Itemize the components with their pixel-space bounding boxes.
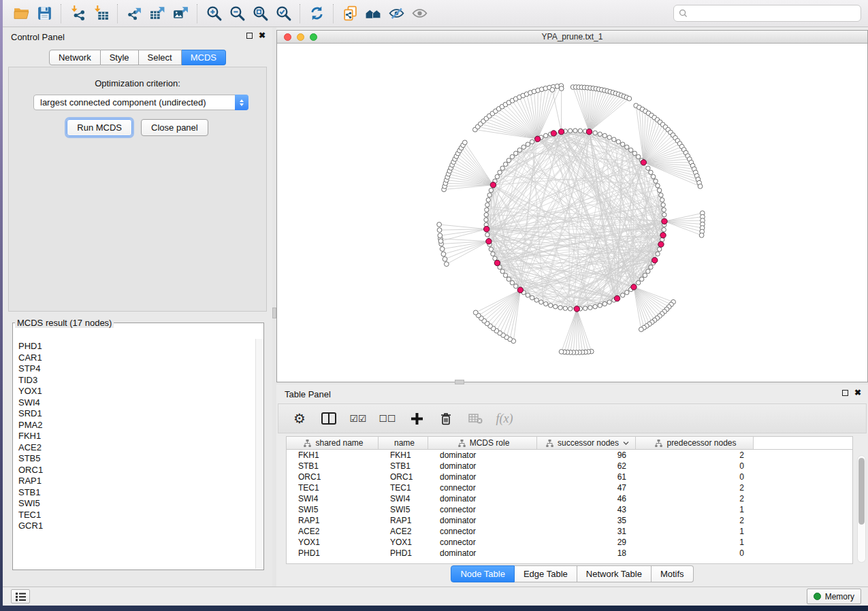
table-row[interactable]: PHD1PHD1dominator180: [287, 548, 852, 559]
add-row-icon[interactable]: [408, 410, 425, 427]
table-cell: 2: [636, 482, 754, 493]
column-header-filler: [754, 437, 852, 449]
table-row[interactable]: FKH1FKH1dominator962: [287, 450, 852, 461]
tab-network-table[interactable]: Network Table: [577, 565, 652, 582]
export-image-icon[interactable]: [169, 3, 192, 24]
first-neighbors-icon[interactable]: [361, 3, 385, 24]
close-panel-button[interactable]: Close panel: [141, 119, 208, 136]
tab-network[interactable]: Network: [49, 50, 101, 65]
table-row[interactable]: ORC1ORC1dominator610: [287, 472, 852, 482]
memory-button[interactable]: Memory: [807, 589, 861, 604]
memory-label: Memory: [825, 592, 854, 601]
mcds-node-item[interactable]: PMA2: [18, 420, 255, 431]
criterion-select[interactable]: largest connected component (undirected): [33, 95, 248, 110]
toolbar-separator: [117, 4, 118, 23]
table-row[interactable]: STB1STB1dominator620: [287, 461, 852, 472]
table-row[interactable]: RAP1RAP1dominator352: [287, 515, 852, 526]
result-scrollbar[interactable]: [255, 339, 263, 569]
export-network-icon[interactable]: [123, 3, 146, 24]
scrollbar-thumb[interactable]: [858, 458, 865, 525]
function-builder-icon[interactable]: f(x): [496, 410, 513, 427]
mcds-node-item[interactable]: ORC1: [18, 465, 255, 476]
splitter-grip[interactable]: [455, 380, 464, 384]
column-settings-icon[interactable]: ⚙: [291, 410, 308, 427]
optimization-label: Optimization criterion:: [9, 78, 266, 88]
maximize-window-icon[interactable]: [310, 33, 317, 41]
mcds-node-item[interactable]: SWI4: [18, 397, 255, 409]
mcds-node-item[interactable]: GCR1: [18, 521, 255, 532]
network-canvas[interactable]: [277, 44, 867, 382]
delete-rows-icon[interactable]: [437, 410, 455, 427]
show-all-icon[interactable]: [408, 3, 431, 24]
mcds-node-item[interactable]: ACE2: [18, 442, 255, 454]
network-column-icon: [304, 440, 311, 447]
network-window-titlebar[interactable]: YPA_prune.txt_1: [277, 31, 867, 44]
mcds-result-box: MCDS result (17 nodes) PHD1CAR1STP4TID3Y…: [12, 318, 264, 570]
table-row[interactable]: TEC1TEC1connector472: [287, 482, 852, 493]
float-panel-icon[interactable]: [842, 390, 848, 396]
delete-table-icon[interactable]: [466, 410, 484, 427]
table-row[interactable]: YOX1YOX1connector291: [287, 537, 852, 548]
table-cell: 62: [537, 461, 636, 472]
column-header-MCDS-role[interactable]: MCDS role: [428, 437, 537, 449]
mcds-node-item[interactable]: STB1: [18, 487, 255, 499]
mcds-node-item[interactable]: TID3: [18, 375, 255, 386]
column-header-successor-nodes[interactable]: successor nodes: [537, 437, 636, 449]
close-window-icon[interactable]: [284, 33, 291, 41]
mcds-node-item[interactable]: CAR1: [18, 352, 255, 364]
list-icon: [16, 592, 26, 601]
deselect-all-icon[interactable]: ☐☐: [379, 410, 396, 427]
node-table: shared namenameMCDS rolesuccessor nodesp…: [286, 436, 853, 564]
tab-edge-table[interactable]: Edge Table: [515, 565, 577, 582]
main-toolbar: [3, 0, 868, 27]
zoom-selected-icon[interactable]: [272, 3, 295, 24]
refresh-icon[interactable]: [305, 3, 328, 24]
task-history-button[interactable]: [11, 589, 30, 604]
mcds-node-item[interactable]: STB5: [18, 453, 255, 465]
mcds-node-item[interactable]: TEC1: [18, 510, 255, 521]
table-cell: 1: [636, 526, 754, 537]
sort-descending-icon: [623, 441, 629, 445]
column-header-shared-name[interactable]: shared name: [287, 437, 379, 449]
run-mcds-button[interactable]: Run MCDS: [67, 119, 132, 136]
tab-mcds[interactable]: MCDS: [182, 50, 226, 65]
table-panel-title: Table Panel: [285, 389, 331, 399]
table-cell: ORC1: [287, 472, 379, 482]
column-header-name[interactable]: name: [379, 437, 428, 449]
minimize-window-icon[interactable]: [297, 33, 304, 41]
save-session-icon[interactable]: [33, 3, 56, 24]
tab-node-table[interactable]: Node Table: [451, 565, 515, 582]
tab-style[interactable]: Style: [101, 50, 139, 65]
table-row[interactable]: ACE2ACE2connector311: [287, 526, 852, 537]
import-table-icon[interactable]: [89, 3, 112, 24]
tab-motifs[interactable]: Motifs: [652, 565, 694, 582]
hide-selected-icon[interactable]: [385, 3, 408, 24]
export-table-icon[interactable]: [146, 3, 169, 24]
close-panel-icon[interactable]: ✖: [259, 31, 266, 39]
float-panel-icon[interactable]: [246, 33, 253, 39]
table-row[interactable]: SWI5SWI5connector431: [287, 504, 852, 515]
search-input[interactable]: [691, 9, 856, 18]
dropdown-stepper-icon: [235, 95, 248, 110]
table-row[interactable]: SWI4SWI4dominator462: [287, 493, 852, 504]
import-network-icon[interactable]: [66, 3, 89, 24]
mcds-node-item[interactable]: SWI5: [18, 498, 255, 510]
show-columns-icon[interactable]: [320, 410, 338, 427]
table-scrollbar[interactable]: [857, 455, 866, 563]
select-all-icon[interactable]: ☑☑: [349, 410, 367, 427]
tab-select[interactable]: Select: [139, 50, 182, 65]
mcds-node-item[interactable]: FKH1: [18, 431, 255, 442]
column-header-predecessor-nodes[interactable]: predecessor nodes: [636, 437, 754, 449]
zoom-fit-icon[interactable]: [248, 3, 272, 24]
zoom-out-icon[interactable]: [225, 3, 248, 24]
close-panel-icon[interactable]: ✖: [854, 389, 861, 397]
mcds-node-item[interactable]: STP4: [18, 363, 255, 375]
open-file-icon[interactable]: [10, 3, 33, 24]
table-cell: connector: [428, 504, 537, 515]
copy-network-icon[interactable]: [338, 3, 361, 24]
mcds-node-item[interactable]: SRD1: [18, 408, 255, 420]
mcds-node-item[interactable]: RAP1: [18, 476, 255, 487]
mcds-node-item[interactable]: PHD1: [18, 341, 255, 352]
mcds-node-item[interactable]: YOX1: [18, 386, 255, 397]
zoom-in-icon[interactable]: [202, 3, 225, 24]
